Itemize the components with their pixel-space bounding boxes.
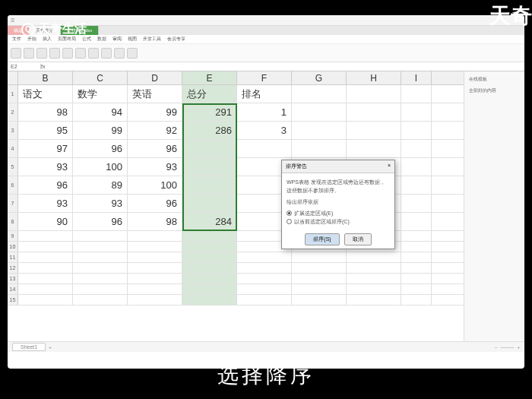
- ribbon-cut[interactable]: [24, 48, 34, 59]
- cell-c7[interactable]: 93: [73, 195, 128, 212]
- row-num-7[interactable]: 7: [8, 195, 18, 212]
- cell-reference[interactable]: E2: [11, 64, 41, 69]
- cell-d2[interactable]: 99: [128, 103, 182, 121]
- zoom-controls[interactable]: − ——— +: [495, 345, 520, 350]
- cell-b4[interactable]: 97: [18, 140, 73, 157]
- empty-row-14: 14: [8, 284, 464, 295]
- cell-e3[interactable]: 286: [182, 122, 237, 139]
- cell-f1[interactable]: 排名: [237, 85, 292, 103]
- sheet-tab[interactable]: Sheet1: [12, 343, 46, 351]
- cell-d3[interactable]: 92: [128, 122, 182, 139]
- row-num-5[interactable]: 5: [8, 158, 18, 176]
- cell-f2[interactable]: 1: [237, 103, 292, 121]
- cell-b2[interactable]: 98: [18, 103, 73, 121]
- row-num-3[interactable]: 3: [8, 122, 18, 139]
- data-row-8: 8 90 96 98 284 6: [8, 213, 464, 231]
- cell-d7[interactable]: 96: [128, 195, 182, 212]
- close-icon[interactable]: ×: [388, 163, 391, 170]
- ribbon-merge[interactable]: [88, 48, 99, 59]
- cell-b7[interactable]: 93: [18, 195, 73, 212]
- cell-e8[interactable]: 284: [182, 213, 237, 230]
- cell-c5[interactable]: 100: [73, 158, 128, 176]
- cell-c6[interactable]: 89: [73, 176, 128, 194]
- data-row-2: 2 98 94 99 291 1: [8, 103, 464, 122]
- spreadsheet-grid[interactable]: B C D E F G H I 1 语文 数学 英语 总分 排名: [8, 71, 464, 341]
- app-menu-icon[interactable]: ☰: [11, 17, 14, 23]
- col-header-f[interactable]: F: [237, 71, 292, 84]
- sort-button[interactable]: 排序(S): [305, 233, 339, 245]
- ribbon-paste[interactable]: [11, 48, 21, 59]
- select-all-corner[interactable]: [8, 71, 18, 84]
- col-header-c[interactable]: C: [73, 71, 128, 84]
- ribbon: [8, 44, 524, 62]
- cancel-button[interactable]: 取消: [344, 233, 372, 245]
- cell-i1[interactable]: [401, 85, 432, 103]
- menu-member[interactable]: 会员专享: [167, 36, 185, 43]
- option-current[interactable]: 以当前选定区域排序(C): [287, 217, 390, 226]
- cell-f4[interactable]: [237, 140, 292, 157]
- cell-d8[interactable]: 98: [128, 213, 182, 230]
- row-num-4[interactable]: 4: [8, 140, 18, 157]
- cell-c1[interactable]: 数学: [73, 85, 128, 103]
- cell-c8[interactable]: 96: [73, 213, 128, 230]
- cell-b8[interactable]: 90: [18, 213, 73, 230]
- cell-b6[interactable]: 96: [18, 176, 73, 194]
- row-num-1[interactable]: 1: [8, 85, 18, 103]
- col-header-g[interactable]: G: [292, 71, 347, 84]
- watermark-logo: Q 天奇生活: [21, 21, 87, 37]
- header-row: 1 语文 数学 英语 总分 排名: [8, 85, 464, 103]
- zoom-in-icon[interactable]: +: [517, 345, 520, 350]
- empty-row-15: 15: [8, 295, 464, 306]
- cell-e2[interactable]: 291: [182, 103, 237, 121]
- cell-e5[interactable]: [182, 158, 237, 176]
- cell-g1[interactable]: [292, 85, 347, 103]
- menu-view[interactable]: 视图: [128, 36, 137, 43]
- cell-d5[interactable]: 93: [128, 158, 182, 176]
- dialog-titlebar[interactable]: 排序警告 ×: [282, 160, 394, 173]
- cell-h1[interactable]: [347, 85, 401, 103]
- option-expand[interactable]: 扩展选定区域(E): [287, 209, 390, 217]
- cell-e7[interactable]: [182, 195, 237, 212]
- data-row-7: 7 93 93 96: [8, 195, 464, 213]
- cell-b1[interactable]: 语文: [18, 85, 73, 103]
- menu-data[interactable]: 数据: [97, 36, 106, 43]
- col-header-h[interactable]: H: [347, 71, 401, 84]
- col-header-d[interactable]: D: [128, 71, 182, 84]
- row-num-8[interactable]: 8: [8, 213, 18, 230]
- cell-c3[interactable]: 99: [73, 122, 128, 139]
- dialog-subhead: 给出排序依据: [287, 198, 390, 206]
- cell-f3[interactable]: 3: [237, 122, 292, 139]
- status-bar: Sheet1 + − ——— +: [8, 341, 524, 352]
- video-subtitle: 选择降序: [0, 361, 532, 390]
- cell-b3[interactable]: 95: [18, 122, 73, 139]
- add-sheet-button[interactable]: +: [49, 345, 52, 350]
- ribbon-align[interactable]: [75, 48, 86, 59]
- menu-dev[interactable]: 开发工具: [143, 36, 161, 43]
- cell-e1[interactable]: 总分: [182, 85, 237, 103]
- menu-file[interactable]: 文件: [12, 36, 21, 43]
- col-header-e[interactable]: E: [182, 71, 237, 84]
- cell-c4[interactable]: 96: [73, 140, 128, 157]
- col-header-i[interactable]: I: [401, 71, 432, 84]
- zoom-out-icon[interactable]: −: [495, 345, 498, 350]
- cell-c2[interactable]: 94: [73, 103, 128, 121]
- cell-e4[interactable]: [182, 140, 237, 157]
- ribbon-sort[interactable]: [114, 48, 125, 59]
- col-header-b[interactable]: B: [18, 71, 73, 84]
- menu-review[interactable]: 审阅: [112, 36, 122, 43]
- fx-icon[interactable]: fx: [41, 64, 45, 69]
- row-num-2[interactable]: 2: [8, 103, 18, 121]
- cell-e6[interactable]: [182, 176, 237, 194]
- ribbon-copy[interactable]: [36, 48, 47, 59]
- ribbon-font[interactable]: [49, 48, 60, 59]
- cell-d4[interactable]: 96: [128, 140, 182, 157]
- row-num-6[interactable]: 6: [8, 176, 18, 194]
- ribbon-bold[interactable]: [62, 48, 73, 59]
- cell-d6[interactable]: 100: [128, 176, 182, 194]
- cell-b5[interactable]: 93: [18, 158, 73, 176]
- ribbon-filter[interactable]: [127, 48, 138, 59]
- ribbon-format[interactable]: [101, 48, 112, 59]
- cell-d1[interactable]: 英语: [128, 85, 182, 103]
- zoom-slider[interactable]: ———: [500, 345, 514, 350]
- data-row-6: 6 96 89 100: [8, 176, 464, 195]
